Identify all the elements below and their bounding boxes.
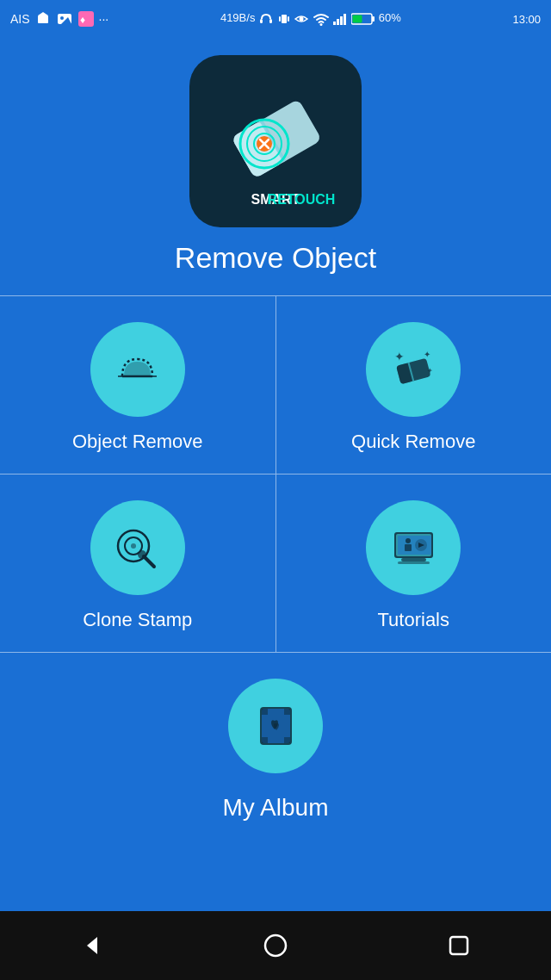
time-label: 13:00 [512,13,541,26]
clone-stamp-circle [90,500,185,595]
wifi-icon [313,12,330,26]
clone-stamp-icon [109,520,165,576]
svg-rect-50 [401,558,426,561]
photo-icon [56,10,73,28]
svg-rect-19 [372,16,375,22]
album-icon [248,698,304,754]
clone-stamp-label: Clone Stamp [83,609,192,631]
tutorials-icon [386,520,442,576]
headphone-icon [258,11,274,27]
svg-point-59 [265,935,286,956]
object-remove-label: Object Remove [72,431,203,453]
svg-line-41 [144,556,154,567]
svg-rect-57 [284,737,290,743]
svg-point-40 [131,543,136,549]
svg-rect-51 [398,561,430,564]
back-icon [78,932,106,959]
svg-rect-20 [353,16,362,23]
nav-back-button[interactable] [58,911,127,980]
object-remove-cell[interactable]: Object Remove [0,296,276,474]
quick-remove-cell[interactable]: ✦ ✦ ✦ Quick Remove [276,296,552,474]
menu-grid: Object Remove ✦ ✦ ✦ Quick Remove [0,295,551,653]
status-right: 13:00 [512,13,541,26]
eye-icon [294,11,309,27]
status-bar: AIS ♦ ··· 419B/s 60% 13:00 [0,0,551,38]
svg-rect-17 [344,14,346,25]
home-icon [262,932,289,959]
app-icon: SMART RETOUCH [189,55,362,227]
notification-icon [35,11,51,27]
svg-rect-8 [269,19,272,23]
tutorials-circle [366,500,461,595]
svg-point-42 [138,550,146,559]
recent-icon [445,932,473,959]
quick-remove-icon: ✦ ✦ ✦ [386,342,442,398]
speed-label: 419B/s [220,11,255,24]
svg-rect-0 [38,16,48,23]
grid-row-2: Clone Stamp [0,474,551,653]
svg-point-13 [319,23,322,26]
tutorials-label: Tutorials [377,609,449,631]
carrier-label: AIS [10,12,30,26]
svg-text:✦: ✦ [394,350,405,363]
tutorials-cell[interactable]: Tutorials [276,474,552,652]
svg-rect-7 [260,19,263,23]
svg-point-46 [406,538,411,543]
vibrate-icon [277,12,291,26]
grid-row-1: Object Remove ✦ ✦ ✦ Quick Remove [0,296,551,474]
app-icon-small: ♦ [78,11,94,27]
quick-remove-circle: ✦ ✦ ✦ [366,322,461,417]
battery-label: 60% [379,11,401,24]
svg-rect-55 [284,709,290,715]
my-album-label: My Album [223,794,329,822]
svg-rect-14 [333,22,336,25]
more-dots: ··· [99,12,109,26]
status-left: AIS ♦ ··· [10,10,108,28]
svg-rect-16 [340,16,343,25]
svg-point-3 [60,16,64,20]
svg-rect-47 [405,544,412,551]
svg-rect-15 [337,19,339,25]
svg-rect-60 [450,937,467,954]
object-remove-icon [109,342,165,398]
app-title: Remove Object [0,241,551,275]
svg-text:RETOUCH: RETOUCH [268,192,336,207]
my-album-circle [228,679,323,773]
svg-marker-58 [87,937,97,954]
svg-rect-9 [282,15,287,23]
object-remove-circle [90,322,185,417]
clone-stamp-cell[interactable]: Clone Stamp [0,474,276,652]
signal-icon [333,13,349,25]
svg-rect-11 [288,16,289,22]
nav-bar [0,911,551,980]
status-center: 419B/s 60% [220,11,401,27]
nav-recent-button[interactable] [424,911,493,980]
app-icon-area: SMART RETOUCH [0,55,551,227]
battery-icon [351,13,375,25]
nav-home-button[interactable] [241,911,310,980]
svg-text:✦: ✦ [427,367,433,375]
svg-rect-56 [262,737,268,743]
svg-marker-1 [38,12,48,16]
svg-text:✦: ✦ [424,350,430,359]
svg-point-12 [300,17,304,22]
my-album-section[interactable]: My Album [0,653,551,839]
quick-remove-label: Quick Remove [351,431,475,453]
app-icon-svg: SMART RETOUCH [202,68,349,214]
svg-rect-10 [279,16,281,22]
svg-rect-54 [262,709,268,715]
svg-text:♦: ♦ [80,14,85,26]
